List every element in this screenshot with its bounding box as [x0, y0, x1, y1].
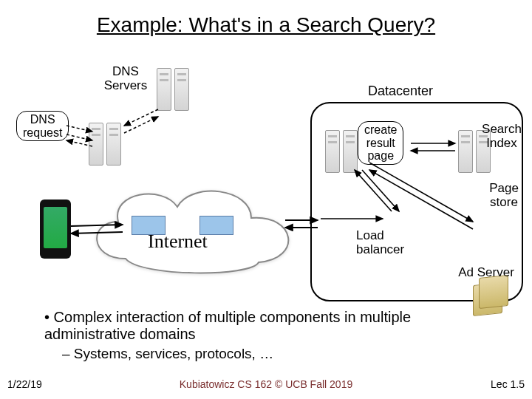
internet-cloud: Internet [81, 177, 303, 281]
callout-dns-request: DNSrequest [16, 111, 69, 141]
server-icon [89, 123, 103, 166]
server-icon [343, 130, 358, 173]
router-icon [200, 216, 233, 235]
server-icon [458, 130, 473, 173]
svg-line-3 [124, 109, 158, 126]
label-load-balancer: Loadbalancer [356, 229, 415, 256]
bullet-text: Systems, services, protocols, … [74, 346, 273, 361]
label-page-store: Pagestore [485, 182, 523, 209]
storage-icon [479, 275, 508, 309]
svg-line-4 [124, 117, 158, 133]
cloud-icon [81, 177, 303, 281]
bullet-text: Complex interaction of multiple componen… [44, 309, 411, 342]
server-icon [325, 130, 340, 173]
server-icon [106, 123, 121, 166]
router-icon [132, 216, 166, 235]
footer-page: Lec 1.5 [491, 378, 525, 390]
label-datacenter: Datacenter [356, 84, 445, 99]
label-ad-server: Ad Server [449, 266, 523, 280]
diagram-area: DNSServers DNSrequest Internet Datacente… [0, 52, 532, 288]
slide-title: Example: What's in a Search Query? [0, 13, 532, 37]
footer-attribution: Kubiatowicz CS 162 © UCB Fall 2019 [0, 378, 532, 390]
label-search-index: SearchIndex [479, 123, 525, 150]
bullet-sub-item: – Systems, services, protocols, … [62, 346, 502, 362]
phone-icon [40, 200, 71, 259]
callout-create-result-page: createresultpage [358, 121, 403, 165]
label-dns-servers: DNSServers [96, 65, 155, 92]
bullet-list: • Complex interaction of multiple compon… [44, 309, 502, 362]
bullet-item: • Complex interaction of multiple compon… [44, 309, 502, 343]
server-icon [174, 68, 189, 111]
server-icon [157, 68, 171, 111]
